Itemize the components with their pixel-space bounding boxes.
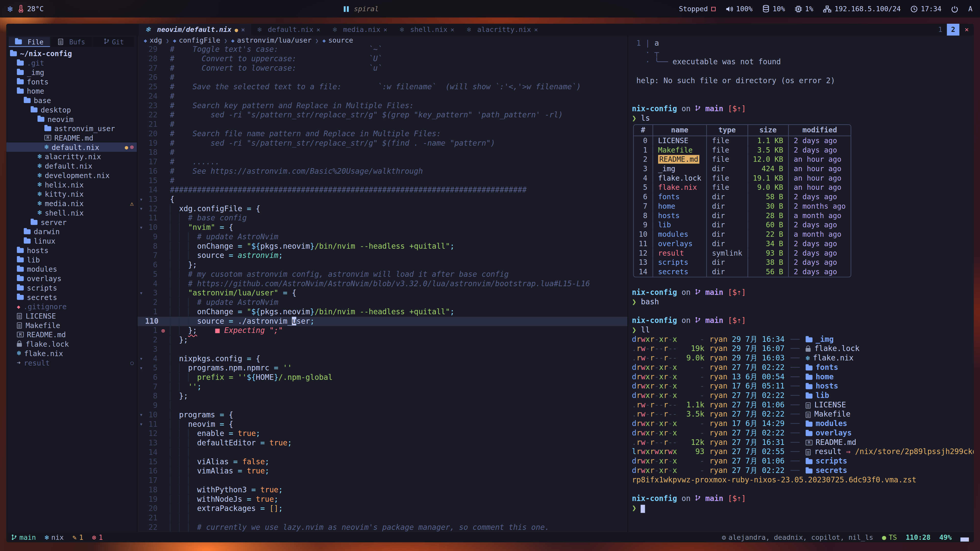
code-line[interactable]: 1 ▏ ▏ ▏ onChange = "${pkgs.neovim}/bin/n… bbox=[138, 307, 628, 317]
disk-widget[interactable]: 10% bbox=[762, 5, 785, 13]
code-line[interactable]: 21 ▏ ▏ ▏ bbox=[138, 513, 628, 523]
git-branch[interactable]: main bbox=[11, 533, 36, 541]
code-line[interactable]: ▾5 ▏ ▏ programs.npm.npmrc = '' bbox=[138, 364, 628, 373]
code-line[interactable]: 19 # sed -ri "s/pattern_str/replace_str/… bbox=[138, 139, 628, 148]
tree-item[interactable]: home bbox=[6, 86, 137, 96]
code-line[interactable]: 25 # Save the selected text to a file: `… bbox=[138, 83, 628, 92]
tree-item[interactable]: ❄shell.nix bbox=[6, 208, 137, 218]
code-line[interactable]: 17 # ...... bbox=[138, 157, 628, 167]
tree-item[interactable]: secrets bbox=[6, 292, 137, 302]
code-line[interactable]: 14 #####################################… bbox=[138, 186, 628, 195]
volume-widget[interactable]: 100% bbox=[725, 5, 752, 13]
code-line[interactable]: 19 ▏ ▏ ▏ withNodeJs = true; bbox=[138, 495, 628, 504]
tree-item[interactable]: LICENSE bbox=[6, 311, 137, 321]
fold-icon[interactable]: ▾ bbox=[138, 204, 145, 214]
file-entry[interactable]: drwxr-xr-x-ryan17 6月 05:11──hosts bbox=[632, 382, 974, 391]
file-entry[interactable]: drwxr-xr-x-ryan17 6月 14:29──modules bbox=[632, 419, 974, 429]
pause-icon[interactable] bbox=[344, 6, 349, 11]
code-line[interactable]: 18 ▏ ▏ ▏ withPython3 = true; bbox=[138, 486, 628, 495]
code-line[interactable]: 15 # bbox=[138, 176, 628, 186]
code-line[interactable]: 20 # Search file name pattern and Replac… bbox=[138, 129, 628, 139]
tree-item[interactable]: darwin bbox=[6, 227, 137, 236]
tree-item[interactable]: hosts bbox=[6, 245, 137, 255]
code-line[interactable]: 8 ▏ ▏ ▏ onChange = "${pkgs.neovim}/bin/n… bbox=[138, 242, 628, 251]
file-entry[interactable]: drwxr-xr-x-ryan27 7月 02:22──lib bbox=[632, 391, 974, 400]
code-line[interactable]: 16 # See https://astronvim.com/Basic%20U… bbox=[138, 167, 628, 176]
code-line[interactable]: 9 ▏ bbox=[138, 401, 628, 410]
file-entry[interactable]: lrwxrwxrwx93ryan27 7月 02:55──result ⇒ /n… bbox=[632, 447, 974, 457]
code-line[interactable]: 9 ▏ ▏ ▏ # update AstroNvim bbox=[138, 232, 628, 242]
tabpage-2[interactable]: 2 bbox=[947, 24, 960, 36]
tree-item[interactable]: ❄alacritty.nix bbox=[6, 152, 137, 161]
terminal[interactable]: 1 | a · ┬ · ╰── executable was not found… bbox=[628, 36, 974, 532]
buffer-tab[interactable]: ❄media.nix× bbox=[326, 24, 393, 36]
code-area[interactable]: 29 # Toggle text's case: `~` 28 # Conver… bbox=[138, 45, 628, 532]
breadcrumb-item[interactable]: ❖xdg bbox=[144, 36, 162, 44]
file-entry[interactable]: .rw-r--r--12kryan27 7月 16:31──MREADME.md bbox=[632, 438, 974, 448]
close-icon[interactable]: × bbox=[317, 26, 320, 33]
tree-item[interactable]: neovim bbox=[6, 114, 137, 124]
tree-item[interactable]: scripts bbox=[6, 283, 137, 292]
buffer-tab[interactable]: ❄shell.nix× bbox=[393, 24, 461, 36]
tree-item[interactable]: overlays bbox=[6, 274, 137, 283]
code-line[interactable]: ▾12 ▏ xdg.configFile = { bbox=[138, 204, 628, 214]
tree-item[interactable]: ❄default.nix bbox=[6, 161, 137, 171]
tree-item[interactable]: modules bbox=[6, 264, 137, 274]
tree-item[interactable]: ❄media.nix⚠ bbox=[6, 199, 137, 208]
file-entry[interactable]: drwxr-xr-x-ryan29 7月 16:34──_img bbox=[632, 335, 974, 345]
nixos-logo-icon[interactable]: ❄ bbox=[7, 4, 13, 14]
file-entry[interactable]: drwxr-xr-x-ryan27 7月 02:22──fonts bbox=[632, 363, 974, 372]
tree-item[interactable]: ~/nix-config bbox=[6, 49, 137, 58]
code-line[interactable]: 2 ▏ ▏ ▏ # update AstroNvim bbox=[138, 298, 628, 307]
tree-item[interactable]: flake.lock bbox=[6, 339, 137, 349]
code-line[interactable]: 15 ▏ ▏ ▏ viAlias = false; bbox=[138, 457, 628, 467]
file-entry[interactable]: .rw-r--r--1.1kryan27 7月 01:06──LICENSE bbox=[632, 400, 974, 410]
file-entry[interactable]: drwxr-xr-x-ryan27 7月 02:22──overlays bbox=[632, 429, 974, 438]
code-line[interactable]: 3 ▏ bbox=[138, 345, 628, 354]
code-line[interactable]: 29 # Toggle text's case: `~` bbox=[138, 45, 628, 54]
tabpage-1[interactable]: 1 bbox=[934, 24, 947, 36]
tree-item[interactable]: _img bbox=[6, 67, 137, 77]
fold-icon[interactable]: ▾ bbox=[138, 364, 145, 373]
code-line[interactable]: 23 # Search key pattern and Replace in M… bbox=[138, 101, 628, 111]
tree-item[interactable]: MREADME.md bbox=[6, 133, 137, 143]
code-line[interactable]: ▾3 ▏ ▏ "astronvim/lua/user" = { bbox=[138, 289, 628, 298]
code-line[interactable]: 2 ▏ }; bbox=[138, 335, 628, 345]
code-line[interactable]: ▾4 ▏ nixpkgs.config = { bbox=[138, 354, 628, 364]
code-line[interactable]: 26 # bbox=[138, 73, 628, 83]
code-line[interactable]: 13 ▏ ▏ ▏ defaultEditor = true; bbox=[138, 438, 628, 448]
clock-widget[interactable]: 17:34 bbox=[911, 5, 942, 13]
cpu-widget[interactable]: 1% bbox=[795, 5, 813, 13]
file-entry[interactable]: .rw-r--r--3.5kryan27 7月 02:22──Makefile bbox=[632, 410, 974, 419]
tree-item[interactable]: fonts bbox=[6, 77, 137, 86]
code-line[interactable]: 14 ▏ ▏ ▏ bbox=[138, 448, 628, 457]
fold-icon[interactable]: ▾ bbox=[138, 289, 145, 298]
sidebar-tab-file[interactable]: File bbox=[9, 37, 50, 47]
code-line[interactable]: ▾13 { bbox=[138, 195, 628, 204]
buffer-tab[interactable]: ❄alacritty.nix× bbox=[461, 24, 544, 36]
tree-item[interactable]: ❄flake.nix bbox=[6, 349, 137, 358]
tree-item[interactable]: astronvim_user bbox=[6, 124, 137, 133]
buffer-tab[interactable]: ❄neovim/default.nix●× bbox=[139, 24, 251, 36]
code-line[interactable]: 28 # Convert to uppercase: `U` bbox=[138, 54, 628, 64]
close-icon[interactable]: × bbox=[534, 26, 538, 33]
code-line[interactable]: 6 ▏ ▏ }; bbox=[138, 260, 628, 270]
code-line[interactable]: 6 ▏ ▏ ▏ prefix = ''${HOME}/.npm-global bbox=[138, 373, 628, 383]
tabline-close-icon[interactable]: × bbox=[959, 25, 974, 34]
code-line[interactable]: 110 ▏ ▏ ▏ source = ./astronvim_user; bbox=[138, 317, 628, 326]
editor[interactable]: ❖xdg❯❖configFile❯❖astronvim/lua/user❯❖so… bbox=[138, 36, 628, 532]
temperature-widget[interactable]: 28°C bbox=[18, 5, 44, 13]
file-entry[interactable]: drwxr-xr-x-ryan27 7月 02:22──secrets bbox=[632, 466, 974, 475]
code-line[interactable]: 1⊗▏ ▏ }; ■ Expecting ";" bbox=[138, 326, 628, 335]
code-line[interactable]: ▾10 ▏ programs = { bbox=[138, 410, 628, 420]
keyboard-layout[interactable]: A bbox=[968, 5, 972, 13]
tree-item[interactable]: lib bbox=[6, 255, 137, 264]
code-line[interactable]: 7 ▏ ▏ ▏ source = astronvim; bbox=[138, 251, 628, 260]
close-icon[interactable]: × bbox=[241, 26, 245, 33]
code-line[interactable]: 4 ▏ ▏ # https://github.com/AstroNvim/Ast… bbox=[138, 279, 628, 289]
code-line[interactable]: 22 ▏ ▏ ▏ # currently we use lazy.nvim as… bbox=[138, 523, 628, 532]
tree-item[interactable]: ❄development.nix bbox=[6, 171, 137, 180]
code-line[interactable]: 21 # bbox=[138, 120, 628, 129]
fold-icon[interactable]: ▾ bbox=[138, 223, 145, 232]
tree-item[interactable]: ❄helix.nix bbox=[6, 180, 137, 189]
